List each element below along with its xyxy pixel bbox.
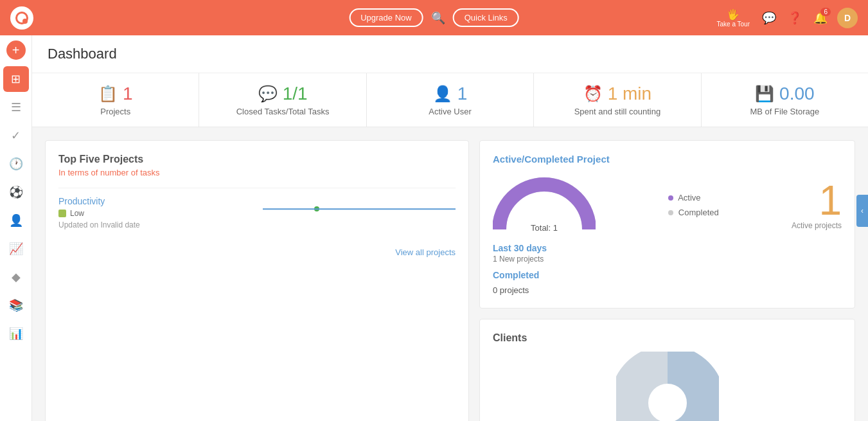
time-icon: 🕐 xyxy=(9,157,23,171)
top-projects-title: Top Five Projects xyxy=(58,154,456,165)
chart-legend: Active Completed xyxy=(668,193,719,217)
projects-icon: ☰ xyxy=(11,100,21,114)
active-legend-dot xyxy=(668,195,673,201)
quick-links-button[interactable]: Quick Links xyxy=(453,8,519,27)
stat-time: ⏰ 1 min Spent and still counting xyxy=(534,73,701,127)
collapse-handle[interactable]: ‹ xyxy=(856,195,868,227)
total-label: Total: 1 xyxy=(531,223,558,233)
layers-icon: ◆ xyxy=(12,270,21,284)
last30-block: Last 30 days 1 New projects Completed 0 … xyxy=(493,243,547,295)
tasks-stat-icon: 💬 xyxy=(258,85,278,103)
sidebar-item-people[interactable]: 👤 xyxy=(3,208,29,233)
sidebar-item-layers[interactable]: ◆ xyxy=(3,264,29,290)
projects-stat-label: Projects xyxy=(100,107,130,116)
completed-legend-item: Completed xyxy=(668,208,719,217)
time-stat-value: 1 min xyxy=(608,84,651,104)
chart-area: Total: 1 Active Completed xyxy=(493,175,842,235)
user-avatar[interactable]: D xyxy=(837,8,858,28)
tasks-stat-label: Closed Tasks/Total Tasks xyxy=(236,107,330,116)
stat-tasks: 💬 1/1 Closed Tasks/Total Tasks xyxy=(199,73,366,127)
projects-stat-value: 1 xyxy=(123,84,133,104)
project-name[interactable]: Productivity xyxy=(58,196,140,206)
sidebar-item-analytics[interactable]: 📊 xyxy=(3,321,29,346)
stat-users: 👤 1 Active User xyxy=(367,73,534,127)
sidebar-add-button[interactable]: + xyxy=(6,40,26,60)
clients-card: Clients + Total Clients – 1 xyxy=(479,319,855,421)
sidebar: + ⊞ ☰ ✓ 🕐 ⚽ 👤 📈 ◆ 📚 📊 xyxy=(0,35,32,421)
users-stat-value: 1 xyxy=(457,84,468,104)
messages-icon[interactable]: 💬 xyxy=(757,6,781,30)
stat-projects: 📋 1 Projects xyxy=(32,73,199,127)
take-tour-button[interactable]: 🖐 Take a Tour xyxy=(711,6,755,30)
storage-stat-value: 0.00 xyxy=(779,84,815,104)
stack-icon: 📚 xyxy=(9,298,23,312)
page-header: Dashboard xyxy=(32,35,868,73)
time-stat-icon: ⏰ xyxy=(583,85,603,103)
main-content: Dashboard 📋 1 Projects 💬 1/1 Closed Task… xyxy=(32,35,868,421)
notification-badge: 6 xyxy=(820,8,831,16)
sidebar-item-stack[interactable]: 📚 xyxy=(3,292,29,318)
priority-indicator xyxy=(58,210,66,217)
people-icon: 👤 xyxy=(9,213,23,228)
top-projects-subtitle: In terms of number of tasks xyxy=(58,168,456,177)
storage-stat-label: MB of File Storage xyxy=(750,107,820,116)
content-area: Top Five Projects In terms of number of … xyxy=(32,127,868,421)
completed-legend-dot xyxy=(668,210,673,215)
analytics-icon: 📊 xyxy=(9,327,23,341)
users-stat-label: Active User xyxy=(429,107,471,116)
page-title: Dashboard xyxy=(48,46,853,62)
active-legend-item: Active xyxy=(668,193,719,202)
sidebar-item-time[interactable]: 🕐 xyxy=(3,151,29,177)
stats-bar: 📋 1 Projects 💬 1/1 Closed Tasks/Total Ta… xyxy=(32,73,868,127)
projects-stat-icon: 📋 xyxy=(98,85,118,103)
active-number-section: 1 Active projects xyxy=(792,180,842,230)
clients-pie-chart xyxy=(616,352,719,421)
right-panels: Active/Completed Project Total: 1 xyxy=(479,140,855,421)
upgrade-button[interactable]: Upgrade Now xyxy=(349,8,423,27)
sidebar-item-reports[interactable]: 📈 xyxy=(3,236,29,262)
pie-chart-wrapper: + xyxy=(493,352,842,421)
project-date: Updated on Invalid date xyxy=(58,220,140,229)
sidebar-item-projects[interactable]: ☰ xyxy=(3,94,29,120)
users-stat-icon: 👤 xyxy=(433,85,452,103)
active-completed-title: Active/Completed Project xyxy=(493,154,842,165)
active-projects-label: Active projects xyxy=(792,221,842,230)
project-priority: Low xyxy=(58,209,140,218)
help-icon[interactable]: ❓ xyxy=(783,6,806,30)
tasks-icon: ✓ xyxy=(11,129,21,143)
completed-title: Completed xyxy=(493,270,547,280)
view-all-projects[interactable]: View all projects xyxy=(58,247,456,257)
completed-subtitle: 0 projects xyxy=(493,285,547,295)
sidebar-item-tasks[interactable]: ✓ xyxy=(3,123,29,148)
last30-title: Last 30 days xyxy=(493,243,547,253)
top-projects-card: Top Five Projects In terms of number of … xyxy=(45,140,469,421)
navbar-center: Upgrade Now 🔍 Quick Links xyxy=(349,8,519,27)
active-number: 1 xyxy=(792,180,842,221)
app-logo[interactable] xyxy=(10,6,33,30)
clients-title: Clients xyxy=(493,332,842,344)
goals-icon: ⚽ xyxy=(9,185,23,199)
storage-stat-icon: 💾 xyxy=(755,85,774,103)
notifications-icon[interactable]: 🔔 6 xyxy=(809,6,832,30)
sidebar-item-dashboard[interactable]: ⊞ xyxy=(3,66,29,92)
navbar: Upgrade Now 🔍 Quick Links 🖐 Take a Tour … xyxy=(0,0,868,35)
search-icon[interactable]: 🔍 xyxy=(431,11,445,25)
sidebar-item-goals[interactable]: ⚽ xyxy=(3,179,29,205)
reports-icon: 📈 xyxy=(9,242,23,256)
stat-storage: 💾 0.00 MB of File Storage xyxy=(702,73,868,127)
navbar-icons: 🖐 Take a Tour 💬 ❓ 🔔 6 D xyxy=(711,6,858,30)
last30-section: Last 30 days 1 New projects Completed 0 … xyxy=(493,243,842,295)
tasks-stat-value: 1/1 xyxy=(283,84,308,104)
active-completed-card: Active/Completed Project Total: 1 xyxy=(479,140,855,309)
project-item: Productivity Low Updated on Invalid date xyxy=(58,188,456,237)
dashboard-icon: ⊞ xyxy=(11,72,21,86)
last30-subtitle: 1 New projects xyxy=(493,255,547,264)
time-stat-label: Spent and still counting xyxy=(574,107,660,116)
progress-line xyxy=(263,208,456,210)
